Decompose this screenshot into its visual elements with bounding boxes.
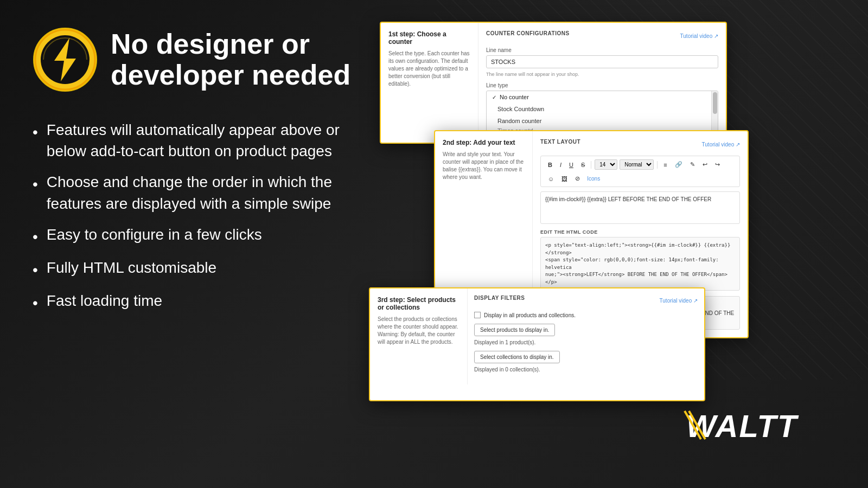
toolbar-divider-2 [657, 161, 658, 169]
display-filters-section: DISPLAY FILTERS Tutorial video ↗ Display… [468, 288, 704, 384]
card-1-inner: 1st step: Choose a counter Select the ty… [381, 23, 726, 143]
text-style-select[interactable]: Normal [620, 159, 654, 170]
dropdown-item-no-counter[interactable]: No counter [487, 91, 711, 103]
align-button[interactable]: ≡ [661, 160, 669, 169]
bold-button[interactable]: B [545, 160, 555, 169]
headline: No designer or developer needed [111, 29, 350, 91]
font-size-select[interactable]: 14 [595, 159, 617, 170]
dropdown-item-random-counter[interactable]: Random counter [487, 115, 711, 127]
line-name-hint: The line name will not appear in your sh… [486, 72, 718, 77]
list-item-text: Features will automatically appear above… [47, 119, 380, 162]
card-1-right: COUNTER CONFIGURATIONS Tutorial video ↗ … [478, 23, 726, 143]
list-item-text: Fully HTML customisable [47, 257, 216, 278]
toolbar-divider [591, 161, 591, 169]
left-panel: No designer or developer needed • Featur… [33, 22, 380, 466]
list-item-text: Fast loading time [47, 290, 162, 311]
bullet-dot: • [33, 174, 38, 195]
waltt-svg-logo: WALTT [684, 406, 835, 444]
main-content: No designer or developer needed • Featur… [0, 0, 868, 488]
collections-count: Displayed in 0 collection(s). [474, 367, 698, 373]
italic-button[interactable]: I [557, 160, 564, 169]
icons-link[interactable]: Icons [587, 176, 600, 182]
waltt-logo-text: WALTT [684, 406, 835, 450]
list-item: • Easy to configure in a few clicks [33, 224, 380, 247]
display-filters-title: DISPLAY FILTERS [474, 295, 525, 301]
dropdown-item-stock-countdown[interactable]: Stock Countdown [487, 103, 711, 115]
list-item: • Choose and change the order in which t… [33, 171, 380, 214]
card-3-header-row: DISPLAY FILTERS Tutorial video ↗ [474, 295, 698, 306]
bullet-dot: • [33, 121, 38, 143]
card-3-inner: 3rd step: Select products or collections… [370, 288, 704, 384]
undo-button[interactable]: ↩ [700, 160, 710, 169]
line-name-label: Line name [486, 47, 718, 53]
checkbox-row: Display in all products and collections. [474, 312, 698, 318]
card-1-step-title: 1st step: Choose a counter [388, 30, 470, 46]
html-code-box[interactable]: <p style="text-align:left;"><strong>{{#i… [540, 237, 740, 291]
line-type-label: Line type [486, 82, 718, 88]
list-item: • Features will automatically appear abo… [33, 119, 380, 162]
text-toolbar: B I U S 14 Normal ≡ 🔗 [540, 156, 740, 187]
underline-button[interactable]: U [566, 160, 576, 169]
card-1-header-row: COUNTER CONFIGURATIONS Tutorial video ↗ [486, 30, 718, 42]
link-button[interactable]: 🔗 [672, 160, 685, 169]
checkbox-label: Display in all products and collections. [484, 312, 576, 318]
tutorial-link-2[interactable]: Tutorial video ↗ [702, 142, 740, 147]
line-name-input[interactable] [486, 55, 718, 68]
bullet-dot: • [33, 259, 38, 280]
bullet-dot: • [33, 226, 38, 247]
waltt-logo-icon [33, 27, 98, 92]
tutorial-link-1[interactable]: Tutorial video ↗ [680, 33, 718, 39]
redo-button[interactable]: ↪ [712, 160, 723, 169]
svg-text:WALTT: WALTT [686, 408, 799, 444]
text-content-area[interactable]: {{#im im-clock#}} {{extra}} LEFT BEFORE … [540, 191, 740, 224]
card-select-products: 3rd step: Select products or collections… [369, 287, 705, 401]
text-layout-title: TEXT LAYOUT [540, 139, 580, 145]
bullet-dot: • [33, 292, 38, 313]
card-3-left: 3rd step: Select products or collections… [370, 288, 468, 384]
scroll-indicator [711, 91, 718, 134]
display-all-checkbox[interactable] [474, 312, 481, 318]
card-2-step-title: 2nd step: Add your text [443, 139, 525, 146]
card-2-header-row: TEXT LAYOUT Tutorial video ↗ [540, 139, 740, 150]
list-item-text: Easy to configure in a few clicks [47, 224, 262, 245]
card-1-left: 1st step: Choose a counter Select the ty… [381, 23, 478, 143]
headline-text: No designer or developer needed [111, 29, 350, 91]
counter-configs-title: COUNTER CONFIGURATIONS [486, 30, 570, 36]
card-2-step-desc: Write and style your text. Your counter … [443, 151, 525, 181]
list-item-text: Choose and change the order in which the… [47, 171, 380, 214]
html-code-content: <p style="text-align:left;"><strong>{{#i… [545, 242, 730, 285]
emoji-button[interactable]: ☺ [545, 175, 557, 183]
waltt-logo-bottom: WALTT [684, 406, 835, 450]
edit-button[interactable]: ✎ [687, 160, 698, 169]
strike-button[interactable]: S [578, 160, 588, 169]
feature-list: • Features will automatically appear abo… [33, 119, 380, 323]
edit-html-label: EDIT THE HTML CODE [540, 229, 740, 235]
text-content: {{#im im-clock#}} {{extra}} LEFT BEFORE … [545, 196, 711, 202]
card-3-step-desc: Select the products or collections where… [378, 316, 459, 346]
select-products-button[interactable]: Select products to display in. [474, 324, 555, 336]
card-3-step-title: 3rd step: Select products or collections [378, 296, 459, 311]
list-item: • Fully HTML customisable [33, 257, 380, 280]
products-count: Displayed in 1 product(s). [474, 339, 698, 345]
toolbar-row-2: ☺ 🖼 ⊘ Icons [545, 174, 735, 183]
list-item: • Fast loading time [33, 290, 380, 313]
tutorial-link-3[interactable]: Tutorial video ↗ [660, 298, 698, 304]
select-collections-button[interactable]: Select collections to display in. [474, 351, 560, 363]
line-type-dropdown[interactable]: No counter Stock Countdown Random counte… [486, 91, 718, 135]
image-button[interactable]: 🖼 [559, 175, 570, 183]
code-button[interactable]: ⊘ [572, 174, 583, 183]
scroll-thumb [713, 92, 717, 114]
card-1-step-desc: Select the type. Each counter has its ow… [388, 50, 470, 88]
card-choose-counter: 1st step: Choose a counter Select the ty… [380, 22, 727, 144]
logo-title-group: No designer or developer needed [33, 27, 380, 92]
right-panel: 1st step: Choose a counter Select the ty… [380, 22, 835, 466]
